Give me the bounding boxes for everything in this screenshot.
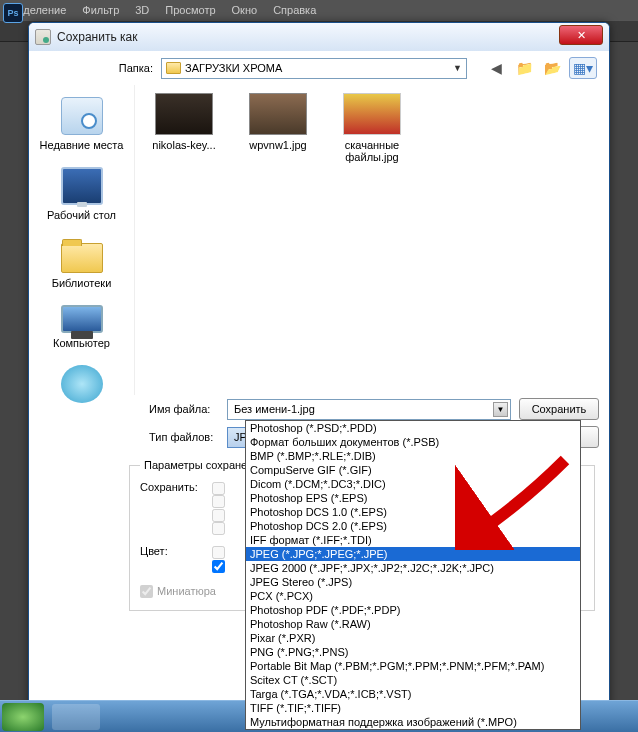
option-checkbox: [212, 509, 225, 522]
folder-icon: [166, 62, 181, 74]
menu-3d[interactable]: 3D: [135, 4, 149, 16]
taskbar-item[interactable]: [52, 704, 100, 730]
sidebar-item-network[interactable]: [37, 359, 127, 417]
new-folder-icon[interactable]: 📂: [541, 57, 563, 79]
sidebar-item-desktop[interactable]: Рабочий стол: [37, 161, 127, 231]
file-thumbnail: [343, 93, 401, 135]
file-name: скачанные файлы.jpg: [345, 139, 399, 163]
app-menubar: Выделение Фильтр 3D Просмотр Окно Справк…: [0, 0, 638, 20]
dialog-icon: [35, 29, 51, 45]
close-button[interactable]: ✕: [559, 25, 603, 45]
filetype-label: Тип файлов:: [149, 431, 219, 443]
sidebar-item-label: Недавние места: [40, 139, 124, 151]
dropdown-option[interactable]: Scitex CT (*.SCT): [246, 673, 580, 687]
back-icon[interactable]: ◀: [485, 57, 507, 79]
recent-places-icon: [61, 97, 103, 135]
dialog-body: Недавние места Рабочий стол Библиотеки К…: [29, 85, 609, 395]
sidebar-item-label: Рабочий стол: [47, 209, 116, 221]
dropdown-option[interactable]: JPEG Stereo (*.JPS): [246, 575, 580, 589]
thumbnail-checkbox: [140, 585, 153, 598]
folder-label: Папка:: [109, 62, 153, 74]
start-button[interactable]: [2, 703, 44, 731]
dropdown-option[interactable]: Формат больших документов (*.PSB): [246, 435, 580, 449]
libraries-icon: [61, 243, 103, 273]
dropdown-option[interactable]: Photoshop PDF (*.PDF;*.PDP): [246, 603, 580, 617]
file-name: nikolas-key...: [152, 139, 215, 151]
color-options-label: Цвет:: [140, 545, 212, 557]
dropdown-option[interactable]: Photoshop Raw (*.RAW): [246, 617, 580, 631]
computer-icon: [61, 305, 103, 333]
option-checkbox: [212, 546, 225, 559]
desktop-icon: [61, 167, 103, 205]
file-item[interactable]: скачанные файлы.jpg: [331, 93, 413, 163]
dropdown-option[interactable]: Photoshop (*.PSD;*.PDD): [246, 421, 580, 435]
filename-label: Имя файла:: [149, 403, 219, 415]
folder-select[interactable]: ЗАГРУЗКИ ХРОМА ▼: [161, 58, 467, 79]
file-thumbnail: [249, 93, 307, 135]
sidebar-item-computer[interactable]: Компьютер: [37, 299, 127, 359]
dropdown-option[interactable]: PCX (*.PCX): [246, 589, 580, 603]
menu-help[interactable]: Справка: [273, 4, 316, 16]
dropdown-option[interactable]: Portable Bit Map (*.PBM;*.PGM;*.PPM;*.PN…: [246, 659, 580, 673]
dropdown-option[interactable]: JPEG 2000 (*.JPF;*.JPX;*.JP2;*.J2C;*.J2K…: [246, 561, 580, 575]
network-icon: [61, 365, 103, 403]
sidebar-item-label: Библиотеки: [52, 277, 112, 289]
dropdown-option[interactable]: TIFF (*.TIF;*.TIFF): [246, 701, 580, 715]
menu-window[interactable]: Окно: [232, 4, 258, 16]
file-list[interactable]: nikolas-key... wpvnw1.jpg скачанные файл…: [134, 85, 609, 395]
folder-toolbar: ◀ 📁 📂 ▦▾: [485, 57, 597, 79]
folder-name: ЗАГРУЗКИ ХРОМА: [185, 62, 282, 74]
photoshop-app-icon: Ps: [3, 3, 23, 23]
menu-filter[interactable]: Фильтр: [82, 4, 119, 16]
icc-profile-checkbox[interactable]: [212, 560, 225, 573]
up-folder-icon[interactable]: 📁: [513, 57, 535, 79]
sidebar-item-recent[interactable]: Недавние места: [37, 91, 127, 161]
dropdown-option[interactable]: Мультиформатная поддержка изображений (*…: [246, 715, 580, 729]
file-name: wpvnw1.jpg: [249, 139, 306, 151]
filename-value: Без имени-1.jpg: [234, 403, 315, 415]
filename-input[interactable]: Без имени-1.jpg ▼: [227, 399, 511, 420]
save-options-label: Сохранить:: [140, 481, 212, 493]
chevron-down-icon: ▼: [453, 63, 462, 73]
dropdown-option[interactable]: Targa (*.TGA;*.VDA;*.ICB;*.VST): [246, 687, 580, 701]
file-thumbnail: [155, 93, 213, 135]
annotation-arrow: [455, 450, 575, 550]
file-item[interactable]: nikolas-key...: [143, 93, 225, 151]
thumbnail-label: Миниатюра: [157, 585, 216, 597]
file-item[interactable]: wpvnw1.jpg: [237, 93, 319, 151]
view-menu-icon[interactable]: ▦▾: [569, 57, 597, 79]
save-button[interactable]: Сохранить: [519, 398, 599, 420]
option-checkbox: [212, 495, 225, 508]
sidebar-item-libraries[interactable]: Библиотеки: [37, 231, 127, 299]
dropdown-option[interactable]: Pixar (*.PXR): [246, 631, 580, 645]
option-checkbox: [212, 522, 225, 535]
dialog-title: Сохранить как: [57, 30, 137, 44]
places-sidebar: Недавние места Рабочий стол Библиотеки К…: [29, 85, 134, 395]
dropdown-option[interactable]: PNG (*.PNG;*.PNS): [246, 645, 580, 659]
folder-row: Папка: ЗАГРУЗКИ ХРОМА ▼ ◀ 📁 📂 ▦▾: [29, 51, 609, 85]
dialog-titlebar[interactable]: Сохранить как ✕: [29, 23, 609, 51]
menu-view[interactable]: Просмотр: [165, 4, 215, 16]
chevron-down-icon[interactable]: ▼: [493, 402, 508, 417]
option-checkbox: [212, 482, 225, 495]
